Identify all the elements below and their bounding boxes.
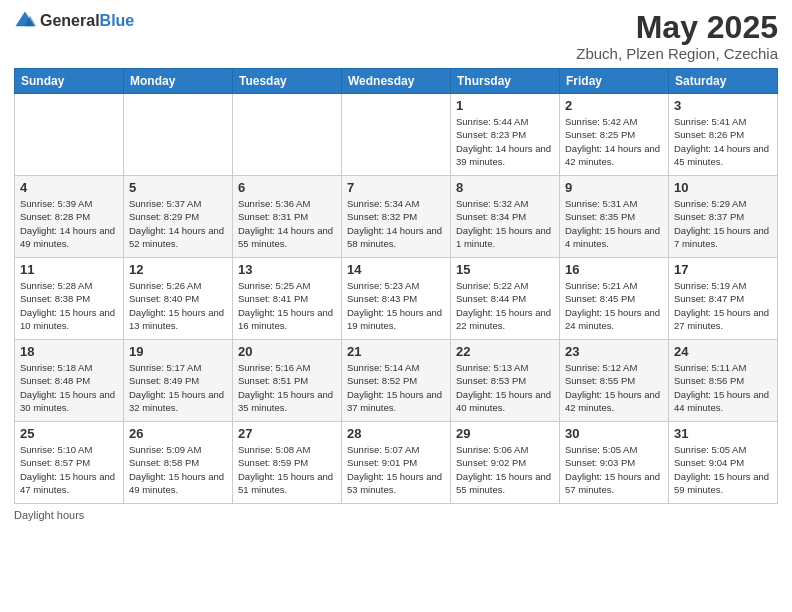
logo: GeneralBlue — [14, 10, 134, 32]
col-saturday: Saturday — [669, 69, 778, 94]
day-info: Sunrise: 5:14 AM Sunset: 8:52 PM Dayligh… — [347, 361, 445, 414]
day-number: 16 — [565, 262, 663, 277]
table-row: 17Sunrise: 5:19 AM Sunset: 8:47 PM Dayli… — [669, 258, 778, 340]
day-number: 11 — [20, 262, 118, 277]
calendar-week-4: 18Sunrise: 5:18 AM Sunset: 8:48 PM Dayli… — [15, 340, 778, 422]
table-row: 2Sunrise: 5:42 AM Sunset: 8:25 PM Daylig… — [560, 94, 669, 176]
day-info: Sunrise: 5:11 AM Sunset: 8:56 PM Dayligh… — [674, 361, 772, 414]
day-info: Sunrise: 5:42 AM Sunset: 8:25 PM Dayligh… — [565, 115, 663, 168]
calendar-week-5: 25Sunrise: 5:10 AM Sunset: 8:57 PM Dayli… — [15, 422, 778, 504]
day-info: Sunrise: 5:34 AM Sunset: 8:32 PM Dayligh… — [347, 197, 445, 250]
day-info: Sunrise: 5:08 AM Sunset: 8:59 PM Dayligh… — [238, 443, 336, 496]
day-number: 18 — [20, 344, 118, 359]
table-row: 7Sunrise: 5:34 AM Sunset: 8:32 PM Daylig… — [342, 176, 451, 258]
table-row: 10Sunrise: 5:29 AM Sunset: 8:37 PM Dayli… — [669, 176, 778, 258]
table-row: 12Sunrise: 5:26 AM Sunset: 8:40 PM Dayli… — [124, 258, 233, 340]
day-info: Sunrise: 5:09 AM Sunset: 8:58 PM Dayligh… — [129, 443, 227, 496]
table-row: 5Sunrise: 5:37 AM Sunset: 8:29 PM Daylig… — [124, 176, 233, 258]
day-info: Sunrise: 5:18 AM Sunset: 8:48 PM Dayligh… — [20, 361, 118, 414]
day-info: Sunrise: 5:26 AM Sunset: 8:40 PM Dayligh… — [129, 279, 227, 332]
day-info: Sunrise: 5:10 AM Sunset: 8:57 PM Dayligh… — [20, 443, 118, 496]
day-number: 20 — [238, 344, 336, 359]
day-number: 25 — [20, 426, 118, 441]
day-number: 9 — [565, 180, 663, 195]
day-number: 19 — [129, 344, 227, 359]
day-info: Sunrise: 5:41 AM Sunset: 8:26 PM Dayligh… — [674, 115, 772, 168]
table-row: 23Sunrise: 5:12 AM Sunset: 8:55 PM Dayli… — [560, 340, 669, 422]
day-info: Sunrise: 5:21 AM Sunset: 8:45 PM Dayligh… — [565, 279, 663, 332]
day-info: Sunrise: 5:16 AM Sunset: 8:51 PM Dayligh… — [238, 361, 336, 414]
table-row — [124, 94, 233, 176]
day-info: Sunrise: 5:07 AM Sunset: 9:01 PM Dayligh… — [347, 443, 445, 496]
day-info: Sunrise: 5:44 AM Sunset: 8:23 PM Dayligh… — [456, 115, 554, 168]
day-number: 28 — [347, 426, 445, 441]
table-row: 11Sunrise: 5:28 AM Sunset: 8:38 PM Dayli… — [15, 258, 124, 340]
main-title: May 2025 — [576, 10, 778, 45]
day-info: Sunrise: 5:22 AM Sunset: 8:44 PM Dayligh… — [456, 279, 554, 332]
col-thursday: Thursday — [451, 69, 560, 94]
table-row: 1Sunrise: 5:44 AM Sunset: 8:23 PM Daylig… — [451, 94, 560, 176]
calendar: Sunday Monday Tuesday Wednesday Thursday… — [14, 68, 778, 504]
table-row: 28Sunrise: 5:07 AM Sunset: 9:01 PM Dayli… — [342, 422, 451, 504]
day-number: 26 — [129, 426, 227, 441]
day-number: 30 — [565, 426, 663, 441]
table-row: 26Sunrise: 5:09 AM Sunset: 8:58 PM Dayli… — [124, 422, 233, 504]
col-wednesday: Wednesday — [342, 69, 451, 94]
day-info: Sunrise: 5:29 AM Sunset: 8:37 PM Dayligh… — [674, 197, 772, 250]
calendar-week-2: 4Sunrise: 5:39 AM Sunset: 8:28 PM Daylig… — [15, 176, 778, 258]
day-number: 23 — [565, 344, 663, 359]
table-row: 19Sunrise: 5:17 AM Sunset: 8:49 PM Dayli… — [124, 340, 233, 422]
table-row: 14Sunrise: 5:23 AM Sunset: 8:43 PM Dayli… — [342, 258, 451, 340]
day-number: 15 — [456, 262, 554, 277]
day-number: 13 — [238, 262, 336, 277]
table-row: 21Sunrise: 5:14 AM Sunset: 8:52 PM Dayli… — [342, 340, 451, 422]
calendar-week-1: 1Sunrise: 5:44 AM Sunset: 8:23 PM Daylig… — [15, 94, 778, 176]
table-row: 25Sunrise: 5:10 AM Sunset: 8:57 PM Dayli… — [15, 422, 124, 504]
day-info: Sunrise: 5:12 AM Sunset: 8:55 PM Dayligh… — [565, 361, 663, 414]
day-number: 21 — [347, 344, 445, 359]
col-monday: Monday — [124, 69, 233, 94]
day-info: Sunrise: 5:39 AM Sunset: 8:28 PM Dayligh… — [20, 197, 118, 250]
table-row — [15, 94, 124, 176]
day-number: 24 — [674, 344, 772, 359]
table-row: 24Sunrise: 5:11 AM Sunset: 8:56 PM Dayli… — [669, 340, 778, 422]
col-tuesday: Tuesday — [233, 69, 342, 94]
col-friday: Friday — [560, 69, 669, 94]
day-number: 8 — [456, 180, 554, 195]
day-info: Sunrise: 5:25 AM Sunset: 8:41 PM Dayligh… — [238, 279, 336, 332]
day-info: Sunrise: 5:05 AM Sunset: 9:04 PM Dayligh… — [674, 443, 772, 496]
table-row: 18Sunrise: 5:18 AM Sunset: 8:48 PM Dayli… — [15, 340, 124, 422]
day-info: Sunrise: 5:19 AM Sunset: 8:47 PM Dayligh… — [674, 279, 772, 332]
table-row: 29Sunrise: 5:06 AM Sunset: 9:02 PM Dayli… — [451, 422, 560, 504]
day-info: Sunrise: 5:06 AM Sunset: 9:02 PM Dayligh… — [456, 443, 554, 496]
table-row: 9Sunrise: 5:31 AM Sunset: 8:35 PM Daylig… — [560, 176, 669, 258]
footer-note: Daylight hours — [14, 509, 778, 521]
table-row: 3Sunrise: 5:41 AM Sunset: 8:26 PM Daylig… — [669, 94, 778, 176]
day-number: 31 — [674, 426, 772, 441]
day-number: 12 — [129, 262, 227, 277]
calendar-week-3: 11Sunrise: 5:28 AM Sunset: 8:38 PM Dayli… — [15, 258, 778, 340]
logo-blue: Blue — [100, 12, 135, 29]
day-number: 27 — [238, 426, 336, 441]
day-number: 4 — [20, 180, 118, 195]
calendar-header-row: Sunday Monday Tuesday Wednesday Thursday… — [15, 69, 778, 94]
day-number: 3 — [674, 98, 772, 113]
day-number: 6 — [238, 180, 336, 195]
day-number: 1 — [456, 98, 554, 113]
day-number: 14 — [347, 262, 445, 277]
day-number: 29 — [456, 426, 554, 441]
page-header: GeneralBlue May 2025 Zbuch, Plzen Region… — [14, 10, 778, 62]
day-number: 22 — [456, 344, 554, 359]
day-info: Sunrise: 5:23 AM Sunset: 8:43 PM Dayligh… — [347, 279, 445, 332]
day-info: Sunrise: 5:36 AM Sunset: 8:31 PM Dayligh… — [238, 197, 336, 250]
day-info: Sunrise: 5:13 AM Sunset: 8:53 PM Dayligh… — [456, 361, 554, 414]
day-info: Sunrise: 5:17 AM Sunset: 8:49 PM Dayligh… — [129, 361, 227, 414]
day-number: 5 — [129, 180, 227, 195]
table-row: 31Sunrise: 5:05 AM Sunset: 9:04 PM Dayli… — [669, 422, 778, 504]
table-row: 27Sunrise: 5:08 AM Sunset: 8:59 PM Dayli… — [233, 422, 342, 504]
day-number: 17 — [674, 262, 772, 277]
table-row: 16Sunrise: 5:21 AM Sunset: 8:45 PM Dayli… — [560, 258, 669, 340]
logo-general: General — [40, 12, 100, 29]
table-row: 4Sunrise: 5:39 AM Sunset: 8:28 PM Daylig… — [15, 176, 124, 258]
table-row: 13Sunrise: 5:25 AM Sunset: 8:41 PM Dayli… — [233, 258, 342, 340]
